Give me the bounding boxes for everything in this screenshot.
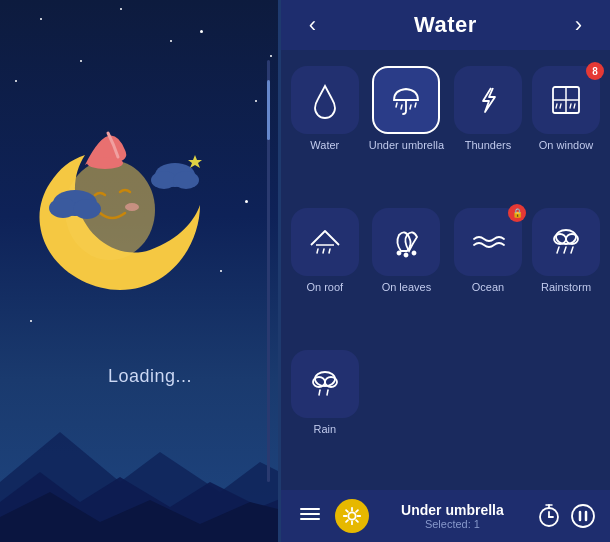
sound-label-under-umbrella: Under umbrella [369, 139, 444, 151]
star [15, 80, 17, 82]
loading-text: Loading... [0, 366, 278, 387]
sound-label-on-window: On window [539, 139, 593, 151]
next-button[interactable]: › [567, 10, 590, 40]
svg-line-21 [574, 104, 575, 108]
sound-item-under-umbrella[interactable]: Under umbrella [367, 62, 446, 198]
sound-icon-thunders [454, 66, 522, 134]
svg-line-48 [346, 510, 348, 512]
prev-button[interactable]: ‹ [301, 10, 324, 40]
svg-point-43 [348, 512, 355, 519]
selected-count-label: Selected: 1 [425, 518, 480, 530]
svg-line-20 [570, 104, 571, 108]
mountains-illustration [0, 412, 278, 542]
badge-on-window: 8 [586, 62, 604, 80]
svg-point-3 [87, 157, 123, 169]
sound-icon-water [291, 66, 359, 134]
svg-line-25 [329, 249, 330, 253]
star [270, 55, 272, 57]
sound-item-rainstorm[interactable]: Rainstorm [530, 204, 602, 340]
svg-line-38 [319, 390, 320, 395]
right-panel: ‹ Water › Water [281, 0, 610, 542]
star [120, 8, 122, 10]
svg-point-26 [398, 252, 401, 255]
star [200, 30, 203, 33]
star [40, 18, 42, 20]
svg-point-57 [572, 505, 594, 527]
svg-line-18 [556, 104, 557, 108]
sound-label-on-leaves: On leaves [382, 281, 432, 293]
menu-button[interactable] [295, 499, 325, 534]
star [170, 40, 172, 42]
star [80, 60, 82, 62]
scroll-thumb[interactable] [267, 80, 270, 140]
svg-point-2 [125, 203, 139, 211]
svg-line-49 [356, 520, 358, 522]
svg-line-13 [410, 105, 411, 109]
svg-line-14 [415, 103, 416, 107]
moon-illustration [30, 95, 250, 315]
pause-button[interactable] [570, 503, 596, 529]
sound-item-rain[interactable]: Rain [289, 346, 361, 482]
svg-line-32 [557, 247, 559, 253]
sound-label-thunders: Thunders [465, 139, 511, 151]
sound-label-ocean: Ocean [472, 281, 504, 293]
svg-line-33 [564, 247, 566, 253]
bottom-info: Under umbrella Selected: 1 [379, 502, 526, 530]
sound-item-water[interactable]: Water [289, 62, 361, 198]
star [255, 100, 257, 102]
left-panel: Loading... [0, 0, 278, 542]
sound-item-thunders[interactable]: Thunders [452, 62, 524, 198]
sound-icon-on-leaves [372, 208, 440, 276]
svg-line-34 [571, 247, 573, 253]
sound-item-on-leaves[interactable]: On leaves [367, 204, 446, 340]
svg-line-19 [560, 104, 561, 108]
svg-point-5 [49, 198, 77, 218]
sound-icon-rain [291, 350, 359, 418]
sound-item-on-roof[interactable]: On roof [289, 204, 361, 340]
svg-line-50 [356, 510, 358, 512]
star [30, 320, 32, 322]
svg-point-6 [73, 199, 101, 219]
sound-label-water: Water [310, 139, 339, 151]
sound-item-on-window[interactable]: 8 On window [530, 62, 602, 198]
sound-icon-rainstorm [532, 208, 600, 276]
sound-label-rain: Rain [313, 423, 336, 435]
sound-label-rainstorm: Rainstorm [541, 281, 591, 293]
sound-grid: Water Under umbrella [281, 50, 610, 490]
timer-button[interactable] [536, 503, 562, 529]
current-sound-name: Under umbrella [401, 502, 504, 518]
sound-icon-under-umbrella [372, 66, 440, 134]
sound-icon-on-window: 8 [532, 66, 600, 134]
header: ‹ Water › [281, 0, 610, 50]
bottom-right-buttons [536, 503, 596, 529]
bottom-bar: Under umbrella Selected: 1 [281, 490, 610, 542]
scroll-bar[interactable] [267, 60, 270, 482]
svg-point-27 [405, 254, 408, 257]
badge-ocean-lock: 🔒 [508, 204, 526, 222]
svg-line-39 [327, 390, 328, 395]
sound-icon-on-roof [291, 208, 359, 276]
svg-point-9 [173, 171, 199, 189]
svg-line-11 [396, 103, 397, 107]
sound-item-ocean[interactable]: 🔒 Ocean [452, 204, 524, 340]
svg-line-24 [323, 249, 324, 253]
header-title: Water [414, 12, 477, 38]
brightness-button[interactable] [335, 499, 369, 533]
sound-label-on-roof: On roof [306, 281, 343, 293]
svg-line-12 [401, 105, 402, 109]
svg-line-23 [317, 249, 318, 253]
svg-line-51 [346, 520, 348, 522]
svg-point-28 [413, 252, 416, 255]
sound-icon-ocean: 🔒 [454, 208, 522, 276]
